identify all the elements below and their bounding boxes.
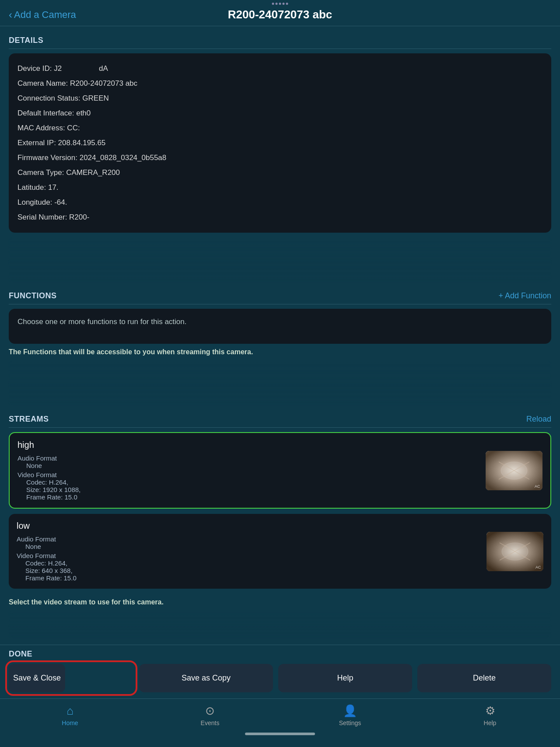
stream-card-high[interactable]: high Audio Format None Video Format Code… — [9, 432, 551, 509]
blurred-area-2 — [9, 361, 551, 405]
stream-thumbnail-high: AC — [486, 451, 542, 490]
drag-handle — [272, 3, 288, 5]
detail-row-9: Latitude: 17. — [18, 180, 542, 195]
stream-audio-value-low: None — [17, 543, 481, 550]
save-copy-button[interactable]: Save as Copy — [139, 664, 273, 692]
streams-section: STREAMS Reload high Audio Format None Vi… — [0, 410, 560, 589]
help-button[interactable]: Help — [278, 664, 412, 692]
tab-home-label: Home — [62, 719, 78, 726]
details-section-title: DETAILS — [9, 36, 43, 45]
stream-framerate-high: Frame Rate: 15.0 — [18, 493, 480, 501]
detail-row-2: Camera Name: R200-24072073 abc — [18, 76, 542, 91]
streams-section-header: STREAMS Reload — [9, 410, 551, 428]
functions-section: FUNCTIONS + Add Function Choose one or m… — [0, 287, 560, 344]
chevron-left-icon: ‹ — [9, 9, 12, 21]
save-close-button[interactable]: Save & Close — [9, 664, 65, 692]
stream-audio-value-high: None — [18, 462, 480, 469]
tab-events-label: Events — [201, 719, 220, 726]
thumbnail-visual-low: AC — [486, 532, 543, 571]
reload-button[interactable]: Reload — [526, 415, 551, 424]
home-bar — [245, 733, 315, 735]
detail-row-5: MAC Address: CC: — [18, 121, 542, 136]
tab-events[interactable]: ⊙ Events — [192, 704, 228, 726]
help-icon: ⚙ — [485, 704, 495, 718]
top-nav: ‹ Add a Camera R200-24072073 abc — [0, 0, 560, 26]
done-section-title: DONE — [9, 645, 551, 664]
functions-hint: The Functions that will be accessible to… — [0, 344, 560, 356]
tab-home[interactable]: ⌂ Home — [52, 704, 88, 726]
stream-video-label-low: Video Format — [17, 552, 481, 559]
details-card: Device ID: J2 dA Camera Name: R200-24072… — [9, 53, 551, 233]
tab-help[interactable]: ⚙ Help — [472, 704, 508, 726]
svg-text:AC: AC — [536, 565, 541, 569]
tab-settings[interactable]: 👤 Settings — [332, 704, 368, 726]
functions-section-title: FUNCTIONS — [9, 291, 57, 300]
thumbnail-visual-high: AC — [486, 451, 542, 490]
stream-framerate-low: Frame Rate: 15.0 — [17, 574, 481, 582]
events-icon: ⊙ — [205, 704, 215, 718]
top-divider — [0, 26, 560, 26]
details-section: DETAILS Device ID: J2 dA Camera Name: R2… — [0, 31, 560, 233]
back-label: Add a Camera — [14, 9, 76, 21]
stream-info-low: low Audio Format None Video Format Codec… — [17, 521, 481, 582]
stream-name-low: low — [17, 521, 481, 531]
stream-codec-high: Codec: H.264, — [18, 478, 480, 486]
back-button[interactable]: ‹ Add a Camera — [9, 9, 76, 21]
svg-text:AC: AC — [535, 484, 540, 489]
tab-bar: ⌂ Home ⊙ Events 👤 Settings ⚙ Help — [0, 698, 560, 729]
functions-placeholder: Choose one or more functions to run for … — [18, 318, 186, 326]
detail-row-1: Device ID: J2 dA — [18, 61, 542, 76]
stream-thumbnail-low: AC — [486, 532, 543, 571]
stream-size-low: Size: 640 x 368, — [17, 567, 481, 574]
stream-info-high: high Audio Format None Video Format Code… — [18, 440, 480, 501]
stream-card-low[interactable]: low Audio Format None Video Format Codec… — [9, 514, 551, 589]
detail-row-8: Camera Type: CAMERA_R200 — [18, 165, 542, 180]
stream-name-high: high — [18, 440, 480, 450]
done-buttons-row: Save & Close Save as Copy Help Delete — [9, 664, 551, 692]
streams-section-title: STREAMS — [9, 415, 49, 424]
functions-section-header: FUNCTIONS + Add Function — [9, 287, 551, 304]
tab-help-label: Help — [484, 719, 497, 726]
stream-audio-label-high: Audio Format — [18, 454, 480, 462]
add-function-button[interactable]: + Add Function — [498, 291, 551, 300]
stream-size-high: Size: 1920 x 1088, — [18, 486, 480, 493]
stream-select-hint: Select the video stream to use for this … — [0, 594, 560, 606]
detail-row-10: Longitude: -64. — [18, 195, 542, 210]
functions-card: Choose one or more functions to run for … — [9, 309, 551, 344]
detail-row-7: Firmware Version: 2024_0828_0324_0b55a8 — [18, 150, 542, 165]
home-icon: ⌂ — [66, 704, 74, 718]
tab-settings-label: Settings — [339, 719, 361, 726]
blurred-area-3 — [9, 611, 551, 638]
save-close-wrapper: Save & Close — [9, 664, 134, 692]
stream-codec-low: Codec: H.264, — [17, 559, 481, 567]
detail-row-11: Serial Number: R200- — [18, 210, 542, 225]
details-section-header: DETAILS — [9, 31, 551, 49]
stream-audio-label-low: Audio Format — [17, 535, 481, 543]
delete-button[interactable]: Delete — [417, 664, 551, 692]
done-section: DONE Save & Close Save as Copy Help Dele… — [0, 645, 560, 692]
detail-row-3: Connection Status: GREEN — [18, 91, 542, 106]
detail-row-6: External IP: 208.84.195.65 — [18, 136, 542, 150]
home-indicator — [0, 729, 560, 737]
page-title: R200-24072073 abc — [228, 8, 332, 21]
blurred-area-1 — [9, 238, 551, 282]
stream-video-label-high: Video Format — [18, 471, 480, 478]
settings-icon: 👤 — [343, 704, 357, 718]
detail-row-4: Default Interface: eth0 — [18, 106, 542, 121]
